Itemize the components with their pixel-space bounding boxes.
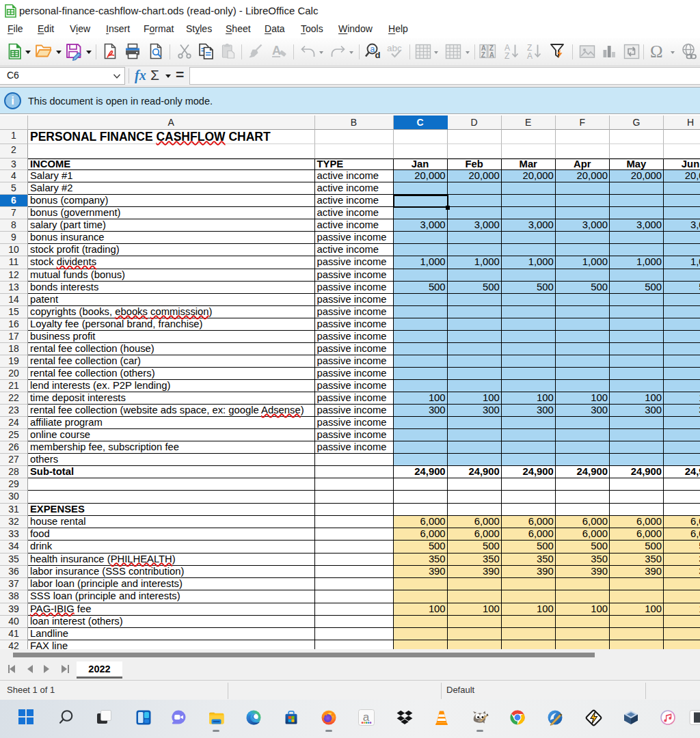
svg-text:a: a bbox=[371, 44, 375, 53]
svg-text:Z: Z bbox=[481, 51, 485, 58]
svg-text:Z: Z bbox=[504, 51, 509, 61]
svg-text:a: a bbox=[363, 711, 370, 724]
svg-text:A: A bbox=[489, 51, 494, 58]
svg-text:Ω: Ω bbox=[650, 42, 663, 61]
svg-text:A: A bbox=[527, 51, 533, 61]
svg-text:d: d bbox=[375, 50, 381, 60]
svg-text:A: A bbox=[272, 44, 281, 57]
